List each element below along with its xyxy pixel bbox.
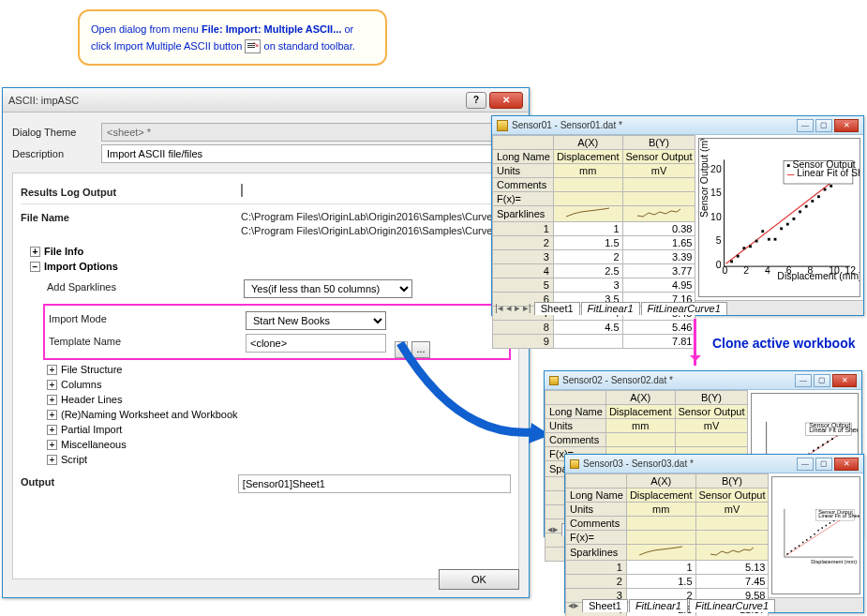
- svg-text:Displacement (mm): Displacement (mm): [812, 559, 858, 564]
- expand-icon[interactable]: +: [47, 395, 57, 405]
- close-button[interactable]: ✕: [489, 92, 523, 109]
- import-mode-label: Import Mode: [49, 311, 246, 324]
- svg-rect-25: [774, 238, 777, 241]
- expand-icon[interactable]: +: [30, 247, 40, 257]
- expand-icon[interactable]: +: [47, 365, 57, 375]
- svg-text:Linear Fit of Sheet1 B"Sensor : Linear Fit of Sheet1 B"Sensor Output": [810, 427, 858, 434]
- tab-nav-next-icon[interactable]: ▸: [515, 302, 520, 314]
- svg-text:0: 0: [723, 265, 728, 276]
- workbook-sensor01: Sensor01 - Sensor01.dat * — ▢ ✕ A(X)B(Y)…: [491, 115, 864, 316]
- svg-rect-75: [806, 539, 808, 541]
- svg-rect-73: [799, 545, 800, 547]
- description-input[interactable]: [101, 144, 519, 163]
- collapse-icon[interactable]: −: [30, 262, 40, 272]
- expand-icon[interactable]: +: [47, 425, 57, 435]
- workbook-icon: [497, 120, 508, 131]
- minimize-button[interactable]: —: [797, 119, 814, 132]
- maximize-button[interactable]: ▢: [815, 119, 832, 132]
- svg-rect-78: [818, 530, 820, 532]
- file-info-node[interactable]: +File Info: [21, 244, 511, 259]
- wb3-tabs: ◂▸ Sheet1 FitLinear1 FitLinearCurve1: [565, 597, 863, 612]
- wb1-graph[interactable]: Displacement (mm)Sensor Output (mV) 0246…: [698, 138, 860, 297]
- svg-rect-22: [755, 240, 758, 243]
- ok-button[interactable]: OK: [439, 569, 519, 590]
- import-ascii-toolbar-icon: [245, 39, 261, 53]
- svg-rect-81: [830, 522, 831, 524]
- expand-icon[interactable]: +: [47, 380, 57, 390]
- callout-t1: Open dialog from menu: [91, 23, 202, 35]
- svg-rect-59: [831, 438, 833, 440]
- svg-text:10: 10: [830, 265, 841, 276]
- wb1-title: Sensor01 - Sensor01.dat *: [512, 120, 795, 130]
- svg-text:Linear Fit of Sheet1 B"Sensor : Linear Fit of Sheet1 B"Sensor Output": [819, 513, 860, 518]
- file-path-2: C:\Program Files\OriginLab\Origin2016\Sa…: [241, 224, 511, 238]
- tab-sheet1[interactable]: Sheet1: [582, 599, 628, 612]
- svg-text:6: 6: [786, 265, 792, 276]
- sparklines-select[interactable]: Yes(if less than 50 columns): [244, 279, 412, 298]
- callout-bold: File: Import: Multiple ASCII...: [202, 23, 341, 35]
- maximize-button[interactable]: ▢: [814, 374, 830, 387]
- svg-rect-26: [781, 227, 784, 230]
- tab-nav-last-icon[interactable]: ▸|: [523, 302, 531, 314]
- wb1-titlebar[interactable]: Sensor01 - Sensor01.dat * — ▢ ✕: [492, 116, 863, 135]
- svg-rect-21: [750, 245, 753, 248]
- template-name-input[interactable]: [246, 334, 386, 353]
- svg-text:0: 0: [716, 260, 722, 270]
- tab-fitlinearcurve1[interactable]: FitLinearCurve1: [641, 302, 727, 315]
- wb2-titlebar[interactable]: Sensor02 - Sensor02.dat * —▢✕: [545, 371, 861, 390]
- svg-rect-27: [786, 223, 789, 226]
- results-log-checkbox[interactable]: [241, 184, 243, 197]
- tab-nav-icon[interactable]: ◂▸: [568, 599, 579, 611]
- svg-text:10: 10: [711, 212, 723, 222]
- template-name-label: Template Name: [49, 334, 246, 347]
- svg-rect-20: [743, 247, 746, 249]
- expand-icon[interactable]: +: [47, 440, 57, 450]
- tab-fitlinearcurve1[interactable]: FitLinearCurve1: [689, 599, 775, 612]
- svg-rect-30: [805, 205, 808, 208]
- help-button[interactable]: ?: [466, 92, 486, 109]
- dialog-title: ASCII: impASC: [8, 95, 463, 106]
- results-log-label: Results Log Output: [21, 185, 241, 198]
- wb3-sheet[interactable]: A(X)B(Y)Long NameDisplacementSensor Outp…: [565, 473, 769, 616]
- wb3-title: Sensor03 - Sensor03.dat *: [583, 458, 795, 469]
- svg-rect-32: [817, 195, 820, 198]
- svg-rect-74: [802, 542, 804, 544]
- tab-nav-prev-icon[interactable]: ◂: [506, 302, 512, 314]
- maximize-button[interactable]: ▢: [815, 458, 832, 471]
- import-mode-select[interactable]: Start New Books: [246, 311, 386, 330]
- close-button[interactable]: ✕: [832, 374, 857, 387]
- minimize-button[interactable]: —: [795, 374, 812, 387]
- tab-fitlinear1[interactable]: FitLinear1: [629, 599, 688, 612]
- file-list: C:\Program Files\OriginLab\Origin2016\Sa…: [241, 210, 511, 238]
- minimize-button[interactable]: —: [797, 458, 814, 471]
- titlebar[interactable]: ASCII: impASC ? ✕: [3, 88, 529, 113]
- expand-icon[interactable]: +: [47, 455, 57, 465]
- wb1-sheet[interactable]: A(X)B(Y)Long NameDisplacementSensor Outp…: [492, 135, 695, 349]
- tab-nav-icon[interactable]: ◂▸: [547, 523, 559, 535]
- wb3-graph[interactable]: Displacement (mm) Sensor OutputLinear Fi…: [771, 476, 860, 594]
- output-input[interactable]: [238, 474, 511, 493]
- import-options-node[interactable]: −Import Options: [21, 259, 511, 274]
- svg-rect-24: [768, 238, 770, 241]
- sparklines-label: Add Sparklines: [47, 279, 244, 293]
- close-button[interactable]: ✕: [834, 119, 859, 132]
- close-button[interactable]: ✕: [834, 458, 859, 471]
- theme-input[interactable]: [101, 123, 503, 142]
- svg-rect-28: [793, 218, 796, 220]
- svg-rect-31: [812, 200, 815, 203]
- svg-text:15: 15: [711, 188, 723, 198]
- svg-rect-72: [795, 548, 797, 549]
- tab-fitlinear1[interactable]: FitLinear1: [581, 302, 640, 315]
- svg-rect-57: [822, 443, 824, 445]
- wb1-tabs: |◂◂▸▸| Sheet1 FitLinear1 FitLinearCurve1: [492, 300, 863, 315]
- svg-text:12: 12: [845, 265, 857, 276]
- expand-icon[interactable]: +: [47, 410, 57, 420]
- file-path-1: C:\Program Files\OriginLab\Origin2016\Sa…: [241, 210, 511, 224]
- svg-rect-76: [811, 536, 813, 538]
- tab-nav-first-icon[interactable]: |◂: [495, 302, 503, 314]
- tab-sheet1[interactable]: Sheet1: [534, 302, 580, 315]
- svg-rect-55: [813, 450, 815, 452]
- svg-text:5: 5: [716, 235, 722, 246]
- callout-t3: on standard toolbar.: [261, 40, 354, 52]
- wb3-titlebar[interactable]: Sensor03 - Sensor03.dat * —▢✕: [565, 455, 863, 473]
